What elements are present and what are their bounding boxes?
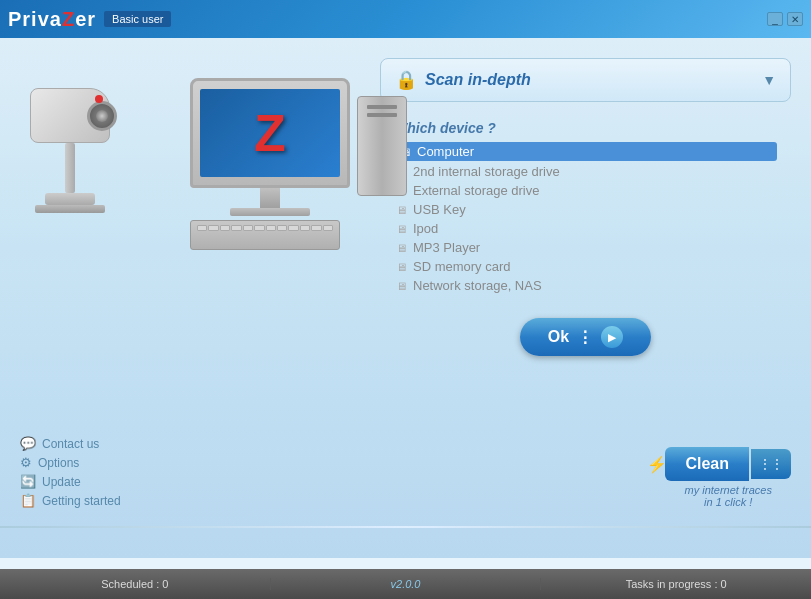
main-content: Z [0, 38, 811, 558]
device-item-7[interactable]: 🖥Network storage, NAS [394, 277, 777, 294]
monitor-base [230, 208, 310, 216]
key [208, 225, 218, 231]
close-button[interactable]: ✕ [787, 12, 803, 26]
bottom-link-icon-1: ⚙ [20, 455, 32, 470]
device-icon-3: 🖥 [396, 204, 407, 216]
bottom-link-1[interactable]: ⚙Options [20, 455, 121, 470]
ok-dots-icon: ⋮ [577, 328, 593, 347]
camera-red-dot [95, 95, 103, 103]
bottom-link-label-2: Update [42, 475, 81, 489]
computer-illustration: Z [190, 78, 350, 250]
scan-dropdown[interactable]: 🔒 Scan in-depth ▼ [395, 69, 776, 91]
device-label-5: MP3 Player [413, 240, 480, 255]
clean-button[interactable]: Clean [665, 447, 749, 481]
clean-section: ⚡ Clean ⋮⋮ my internet traces in 1 click… [665, 447, 791, 508]
bottom-link-label-1: Options [38, 456, 79, 470]
tower [357, 96, 407, 196]
keyboard [190, 220, 340, 250]
keyboard-keys [191, 221, 339, 235]
device-item-4[interactable]: 🖥Ipod [394, 220, 777, 237]
bottom-link-0[interactable]: 💬Contact us [20, 436, 121, 451]
device-label-0: Computer [417, 144, 474, 159]
device-label-7: Network storage, NAS [413, 278, 542, 293]
which-device-label: Which device ? [394, 120, 777, 136]
key [277, 225, 287, 231]
camera-illustration [30, 88, 110, 213]
ok-button[interactable]: Ok ⋮ ▶ [520, 318, 651, 356]
camera-base-bottom [35, 205, 105, 213]
status-tasks: Tasks in progress : 0 [541, 578, 811, 590]
device-icon-5: 🖥 [396, 242, 407, 254]
device-label-4: Ipod [413, 221, 438, 236]
device-icon-4: 🖥 [396, 223, 407, 235]
clean-subtitle: my internet traces in 1 click ! [685, 484, 772, 508]
logo-z: Z [62, 8, 75, 30]
key [231, 225, 241, 231]
scan-label: Scan in-depth [425, 71, 531, 89]
clean-subtitle-line1: my internet traces [685, 484, 772, 496]
camera-lens [87, 101, 117, 131]
key [300, 225, 310, 231]
device-icon-6: 🖥 [396, 261, 407, 273]
app-logo: PrivaZer [8, 8, 96, 31]
bottom-link-label-3: Getting started [42, 494, 121, 508]
device-label-3: USB Key [413, 202, 466, 217]
device-item-1[interactable]: 🖥2nd internal storage drive [394, 163, 777, 180]
ok-label: Ok [548, 328, 569, 346]
bottom-link-2[interactable]: 🔄Update [20, 474, 121, 489]
dropdown-arrow-icon[interactable]: ▼ [762, 72, 776, 88]
bottom-link-label-0: Contact us [42, 437, 99, 451]
bottom-link-icon-3: 📋 [20, 493, 36, 508]
lightning-icon: ⚡ [647, 455, 667, 474]
key [197, 225, 207, 231]
key [323, 225, 333, 231]
bottom-links: 💬Contact us⚙Options🔄Update📋Getting start… [20, 436, 121, 508]
scan-dropdown-left: 🔒 Scan in-depth [395, 69, 531, 91]
device-item-6[interactable]: 🖥SD memory card [394, 258, 777, 275]
camera-base [45, 193, 95, 205]
clean-button-row: Clean ⋮⋮ [665, 447, 791, 481]
scan-icon: 🔒 [395, 69, 417, 91]
bottom-link-icon-2: 🔄 [20, 474, 36, 489]
monitor-screen: Z [200, 89, 340, 177]
device-label-1: 2nd internal storage drive [413, 164, 560, 179]
device-icon-7: 🖥 [396, 280, 407, 292]
ok-play-icon: ▶ [601, 326, 623, 348]
key [266, 225, 276, 231]
device-label-2: External storage drive [413, 183, 539, 198]
status-scheduled: Scheduled : 0 [0, 578, 271, 590]
titlebar: PrivaZer Basic user _ ✕ [0, 0, 811, 38]
device-item-0[interactable]: 🖥Computer [394, 142, 777, 161]
monitor-stand [260, 188, 280, 208]
tower-disk-1 [367, 105, 397, 109]
monitor: Z [190, 78, 350, 188]
clean-menu-button[interactable]: ⋮⋮ [751, 449, 791, 479]
camera-arm [65, 143, 75, 193]
camera-body [30, 88, 110, 143]
ok-button-container: Ok ⋮ ▶ [380, 318, 791, 356]
device-label-6: SD memory card [413, 259, 511, 274]
key [220, 225, 230, 231]
device-item-5[interactable]: 🖥MP3 Player [394, 239, 777, 256]
device-list: 🖥Computer🖥2nd internal storage drive🖥Ext… [394, 142, 777, 294]
divider-line [0, 526, 811, 528]
key [254, 225, 264, 231]
key [311, 225, 321, 231]
status-version: v2.0.0 [271, 578, 542, 590]
bottom-link-icon-0: 💬 [20, 436, 36, 451]
user-badge: Basic user [104, 11, 171, 27]
device-section: Which device ? 🖥Computer🖥2nd internal st… [380, 112, 791, 302]
device-item-3[interactable]: 🖥USB Key [394, 201, 777, 218]
bottom-link-3[interactable]: 📋Getting started [20, 493, 121, 508]
z-logo-screen: Z [254, 103, 286, 163]
scan-dropdown-container[interactable]: 🔒 Scan in-depth ▼ [380, 58, 791, 102]
statusbar: Scheduled : 0 v2.0.0 Tasks in progress :… [0, 569, 811, 599]
tower-disk-2 [367, 113, 397, 117]
key [288, 225, 298, 231]
window-controls: _ ✕ [767, 12, 803, 26]
clean-subtitle-line2: in 1 click ! [704, 496, 752, 508]
key [243, 225, 253, 231]
minimize-button[interactable]: _ [767, 12, 783, 26]
device-item-2[interactable]: 🖥External storage drive [394, 182, 777, 199]
